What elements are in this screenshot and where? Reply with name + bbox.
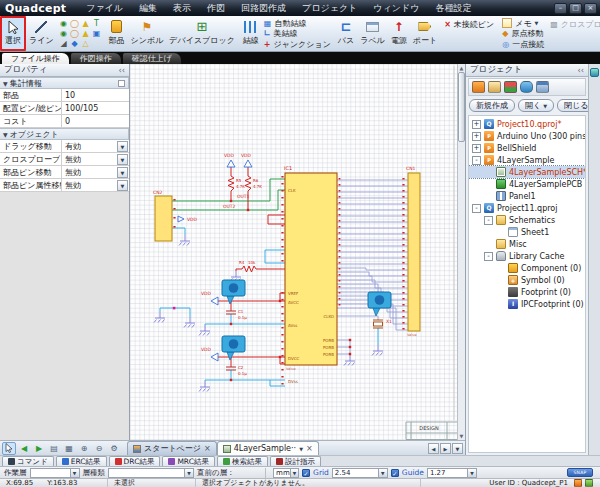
expand-icon[interactable]: - (472, 204, 481, 213)
expand-icon[interactable]: - (484, 252, 493, 261)
unit-select[interactable]: mm▼ (273, 468, 299, 478)
tab-4layersample[interactable]: 4LayerSample·· ▼ × (217, 441, 319, 455)
tree-item-4layersample[interactable]: -P4LayerSample (469, 154, 585, 166)
menu-draw[interactable]: 作図 (199, 0, 233, 16)
tab-close-icon[interactable]: × (306, 444, 313, 453)
section-option-icon[interactable] (118, 80, 125, 87)
triangle-icon[interactable]: ▲ (81, 19, 91, 28)
tab-draw-ops[interactable]: 作図操作 (71, 53, 121, 64)
nc-pin-button[interactable]: × 未接続ピン (440, 16, 498, 30)
select-mode-button[interactable] (2, 442, 16, 455)
tree-item-bellshield[interactable]: +PBellShield (469, 142, 585, 154)
menu-project[interactable]: プロジェクト (294, 0, 365, 16)
docked-panel-icon[interactable] (590, 68, 599, 77)
guide-checkbox[interactable]: ✓ (391, 469, 399, 477)
tree-item-misc[interactable]: Misc (469, 238, 585, 250)
shape-icon[interactable]: ◆ (70, 39, 80, 48)
ellipse-icon[interactable]: ◯ (70, 29, 80, 38)
canvas-vertical-scrollbar[interactable]: ▲ ▼ (457, 64, 465, 440)
open-folder-icon[interactable] (488, 81, 501, 93)
beauty-wire-button[interactable]: ∟美結線 (264, 29, 331, 39)
grid-checkbox[interactable]: ✓ (302, 469, 310, 477)
menu-view[interactable]: 表示 (165, 0, 199, 16)
tab-file-ops[interactable]: ファイル操作 (2, 53, 69, 64)
guide-size-select[interactable]: 1.27▼ (427, 468, 477, 478)
image-capture-button[interactable]: ▦ (62, 442, 76, 455)
open-dropdown-arrow[interactable]: ▼ (543, 103, 547, 109)
zoom-in-button[interactable]: ⊕ (77, 442, 91, 455)
text-icon[interactable]: T (92, 19, 102, 28)
expand-icon[interactable]: - (472, 156, 481, 165)
bus-button[interactable]: ⊏ バス (335, 16, 357, 51)
work-layer-select[interactable]: ▼ (30, 468, 80, 478)
project-icon[interactable] (472, 81, 485, 93)
scroll-up-icon[interactable]: ▲ (458, 65, 465, 71)
select-tool-button[interactable]: 選択 (0, 16, 26, 51)
junction-button[interactable]: +ジャンクション (264, 39, 331, 49)
crystal[interactable] (373, 320, 383, 328)
tree-item-4layersamplepcb[interactable]: 4LayerSamplePCB (469, 178, 585, 190)
tab-search-results[interactable]: 検索結果 (217, 456, 268, 466)
edit-status-icon-green[interactable] (585, 479, 593, 487)
menu-window[interactable]: ウィンドウ (365, 0, 427, 16)
zoom-out-button[interactable]: ⊖ (92, 442, 106, 455)
tab-dropdown-arrow[interactable]: ▼ (299, 446, 303, 452)
tree-item-symbol[interactable]: +Symbol (0) (469, 274, 585, 286)
comment-icon[interactable] (520, 81, 533, 93)
dropdown-button[interactable]: ▼ (117, 141, 128, 152)
expand-icon[interactable]: + (472, 132, 481, 141)
part-button[interactable]: 部品 (106, 16, 128, 51)
line-tool-button[interactable]: ライン (26, 16, 57, 51)
tab-finish-check[interactable]: 確認仕上げ (123, 53, 181, 64)
cross-probe-button[interactable]: ▩ クロスプローブ (546, 16, 600, 30)
edit-status-icon-orange[interactable] (574, 479, 582, 487)
memo-button[interactable]: メモ▼ (502, 18, 544, 28)
grid-size-select[interactable]: 2.54▼ (332, 468, 388, 478)
menu-file[interactable]: ファイル (78, 0, 131, 16)
arc-icon[interactable]: ◯ (70, 19, 80, 28)
scroll-down-icon[interactable]: ▼ (458, 433, 465, 439)
tree-item-4layersamplesch[interactable]: 4LayerSampleSCH* (469, 166, 585, 178)
window-icon[interactable] (536, 81, 549, 93)
tree-item-component[interactable]: Component (0) (469, 262, 585, 274)
symbol-button[interactable]: ⚑ シンボル (128, 16, 167, 51)
tab-design-notes[interactable]: 設計指示 (270, 456, 321, 466)
gear-icon[interactable]: ⚙ (107, 442, 121, 455)
wire-button[interactable]: 結線 (240, 16, 262, 51)
tab-mrc-results[interactable]: MRC結果 (162, 456, 215, 466)
circle-icon[interactable]: ◉ (59, 19, 69, 28)
snap-button[interactable]: SNAP (567, 468, 593, 477)
tab-list-button[interactable]: ▼ (452, 443, 463, 454)
menu-edit[interactable]: 編集 (131, 0, 165, 16)
dropdown-button[interactable]: ▼ (117, 167, 128, 178)
maximize-button[interactable]: □ (569, 3, 582, 14)
tree-item-footprint[interactable]: Footprint (0) (469, 286, 585, 298)
outline-triangle-icon[interactable]: △ (81, 39, 91, 48)
port-button[interactable]: ポート (410, 16, 440, 51)
tree-item-project11[interactable]: -QProject11.qproj (469, 202, 585, 214)
tree-item-schematics[interactable]: -Schematics (469, 214, 585, 226)
auto-wire-button[interactable]: ▦自動結線 (264, 18, 331, 28)
menu-settings[interactable]: 各種設定 (427, 0, 479, 16)
tab-erc-results[interactable]: ERC結果 (56, 456, 107, 466)
tab-drc-results[interactable]: DRC結果 (109, 456, 161, 466)
memo-dropdown-arrow[interactable]: ▼ (535, 20, 539, 26)
menu-schematic-create[interactable]: 回路図作成 (233, 0, 294, 16)
open-project-button[interactable]: 開く▼ (518, 99, 554, 112)
polygon-icon[interactable]: ▲ (81, 29, 91, 38)
image-icon[interactable]: ▣ (92, 29, 102, 38)
tab-scroll-right[interactable]: ▶ (440, 443, 451, 454)
origin-move-button[interactable]: ◆原点移動 (502, 29, 544, 39)
close-button[interactable]: × (584, 3, 597, 14)
back-button[interactable]: ◀ (17, 442, 31, 455)
tree-item-project10[interactable]: +QProject10.qproj* (469, 118, 585, 130)
rect-icon[interactable]: ◢ (59, 39, 69, 48)
device-block-button[interactable]: ⊞ デバイスブロック (166, 16, 238, 51)
tree-item-ipcfootprint[interactable]: IIPCFootprint (0) (469, 298, 585, 310)
tab-scroll-left[interactable]: ◀ (428, 443, 439, 454)
filled-circle-icon[interactable]: ◉ (59, 29, 69, 38)
save-button[interactable]: ▤ (47, 442, 61, 455)
connector-cn1[interactable] (408, 173, 420, 331)
tree-item-panel1[interactable]: Panel1 (469, 190, 585, 202)
new-project-button[interactable]: 新規作成 (469, 99, 515, 112)
